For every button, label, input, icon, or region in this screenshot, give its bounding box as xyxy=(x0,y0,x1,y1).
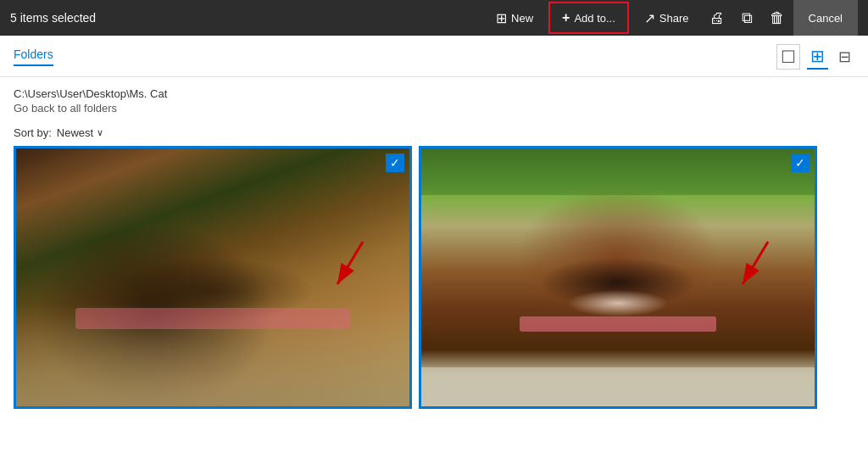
subnav: Folders ☐ ⊞ ⊟ xyxy=(0,36,868,77)
new-button[interactable]: ⊞ New xyxy=(484,0,545,36)
current-path: C:\Users\User\Desktop\Ms. Cat xyxy=(14,87,854,100)
delete-icon: 🗑 xyxy=(770,9,785,27)
path-area: C:\Users\User\Desktop\Ms. Cat Go back to… xyxy=(0,77,868,118)
sort-value: Newest xyxy=(57,126,93,139)
delete-button[interactable]: 🗑 xyxy=(761,0,793,36)
add-icon: + xyxy=(562,10,570,25)
back-link[interactable]: Go back to all folders xyxy=(14,102,854,115)
new-icon: ⊞ xyxy=(496,10,507,26)
photo-grid: ✓ ✓ xyxy=(0,146,868,409)
view-icons: ☐ ⊞ ⊟ xyxy=(776,44,854,70)
share-icon: ↗ xyxy=(644,10,655,26)
copy-button[interactable]: ⧉ xyxy=(733,0,761,36)
photo-1-checkbox[interactable]: ✓ xyxy=(386,154,404,172)
sort-label: Sort by: xyxy=(14,126,52,139)
toolbar-actions: ⊞ New + Add to... ↗ Share 🖨 ⧉ 🗑 Cance xyxy=(484,0,858,36)
chevron-down-icon: ∨ xyxy=(97,127,103,138)
photo-item-1[interactable]: ✓ xyxy=(14,146,412,409)
selected-count: 5 items selected xyxy=(10,11,96,25)
sort-bar: Sort by: Newest ∨ xyxy=(0,118,868,146)
view-single-button[interactable]: ☐ xyxy=(776,44,800,70)
copy-icon: ⧉ xyxy=(742,9,753,27)
print-icon: 🖨 xyxy=(709,9,725,27)
view-list-button[interactable]: ⊟ xyxy=(835,46,854,68)
cancel-button[interactable]: Cancel xyxy=(793,0,858,36)
photo-item-2[interactable]: ✓ xyxy=(419,146,817,409)
add-to-button[interactable]: + Add to... xyxy=(548,2,629,34)
share-button[interactable]: ↗ Share xyxy=(632,0,701,36)
view-grid-button[interactable]: ⊞ xyxy=(807,44,828,70)
photo-2-checkbox[interactable]: ✓ xyxy=(791,154,810,172)
tab-folders[interactable]: Folders xyxy=(14,48,53,66)
sort-dropdown[interactable]: Newest ∨ xyxy=(57,126,103,139)
add-to-wrapper: + Add to... xyxy=(545,2,632,34)
print-button[interactable]: 🖨 xyxy=(701,0,733,36)
toolbar: 5 items selected ⊞ New + Add to... ↗ Sha… xyxy=(0,0,868,36)
subnav-tabs: Folders xyxy=(14,48,53,66)
